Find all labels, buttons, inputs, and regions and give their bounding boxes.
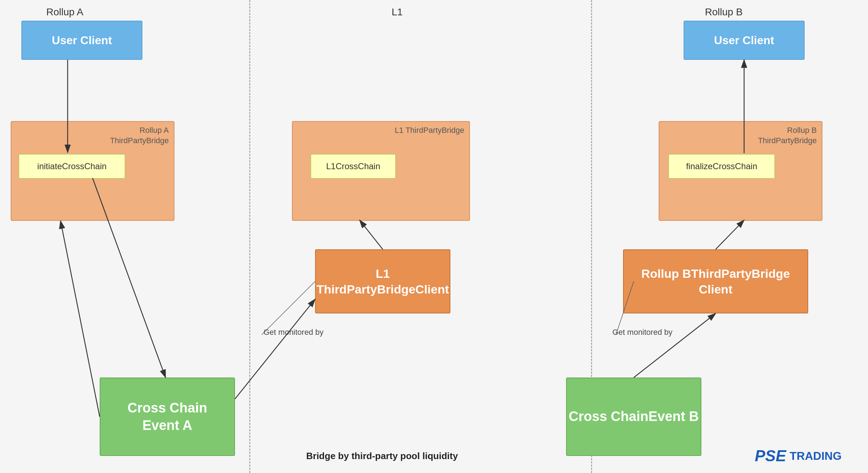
arrow-rollup-b-client-to-finalize (716, 220, 744, 249)
cross-chain-event-a-label: Cross ChainEvent A (127, 399, 207, 435)
rollup-b-client-box: Rollup BThirdPartyBridge Client (623, 249, 808, 313)
rollup-a-bridge-label: Rollup AThirdPartyBridge (110, 125, 169, 146)
initiate-cross-chain-method: initiateCrossChain (19, 154, 125, 179)
l1-client-box: L1 ThirdPartyBridgeClient (315, 249, 450, 313)
l1-bridge: L1 ThirdPartyBridge L1CrossChain (292, 121, 470, 221)
l1-client-label: L1 ThirdPartyBridgeClient (316, 266, 450, 297)
pse-text: PSE (755, 447, 786, 465)
arrow-event-a-to-initiate-back (61, 221, 100, 417)
rollup-b-bridge: Rollup BThirdPartyBridge finalizeCrossCh… (659, 121, 822, 221)
diagram-container: Rollup A L1 Rollup B User Client User Cl… (0, 0, 868, 473)
cross-chain-event-b: Cross ChainEvent B (566, 378, 701, 456)
get-monitored-1: Get monitored by (263, 328, 324, 337)
trading-text: TRADING (790, 449, 842, 463)
user-client-b-label: User Client (714, 34, 774, 47)
arrow-event-a-to-l1-client (235, 299, 315, 399)
l1-bridge-label: L1 ThirdPartyBridge (395, 125, 464, 136)
cross-chain-event-a: Cross ChainEvent A (100, 378, 235, 456)
rollup-b-client-label: Rollup BThirdPartyBridge Client (624, 266, 807, 297)
initiate-cross-chain-label: initiateCrossChain (37, 161, 107, 171)
arrow-event-b-to-rollup-b-client (634, 313, 716, 378)
col-label-rollup-a: Rollup A (46, 6, 83, 18)
finalize-cross-chain-label: finalizeCrossChain (686, 161, 757, 171)
pse-logo: PSE TRADING (755, 447, 842, 465)
col-label-l1: L1 (392, 6, 403, 18)
get-monitored-2: Get monitored by (612, 328, 673, 337)
l1-cross-chain-method: L1CrossChain (310, 154, 396, 179)
l1-cross-chain-label: L1CrossChain (326, 161, 380, 171)
arrow-l1-client-to-l1-crosschain (360, 220, 383, 249)
rollup-b-bridge-label: Rollup BThirdPartyBridge (758, 125, 817, 146)
bridge-footer: Bridge by third-party pool liquidity (306, 451, 458, 462)
user-client-a: User Client (21, 21, 142, 60)
divider-left (249, 0, 250, 473)
col-label-rollup-b: Rollup B (705, 6, 743, 18)
user-client-b: User Client (684, 21, 805, 60)
user-client-a-label: User Client (52, 34, 112, 47)
cross-chain-event-b-label: Cross ChainEvent B (569, 408, 699, 425)
finalize-cross-chain-method: finalizeCrossChain (668, 154, 775, 179)
rollup-a-bridge: Rollup AThirdPartyBridge initiateCrossCh… (11, 121, 174, 221)
monitored-line-1 (262, 281, 315, 335)
